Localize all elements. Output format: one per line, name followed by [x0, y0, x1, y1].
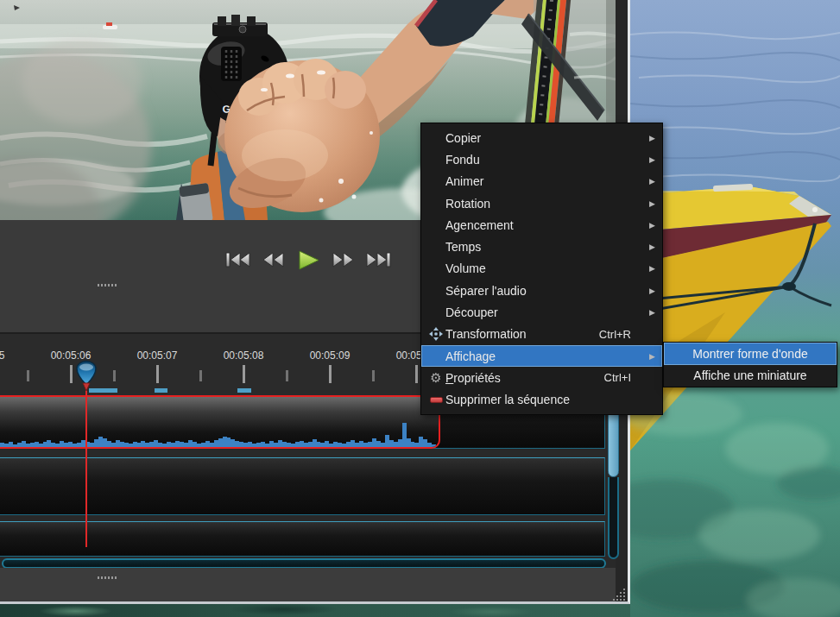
affichage-submenu: Montrer forme d'ondeAffiche une miniatur… [663, 342, 837, 387]
window-resize-grip[interactable] [612, 588, 627, 601]
submenu-arrow-icon: ▶ [647, 286, 655, 295]
move-icon [426, 327, 445, 341]
submenu-item-montrer-forme-d-onde[interactable]: Montrer forme d'onde [664, 343, 837, 365]
submenu-arrow-icon: ▶ [647, 352, 655, 361]
ruler-timestamp: 00:05:08 [224, 349, 264, 362]
submenu-arrow-icon: ▶ [647, 134, 655, 142]
ruler-tick-major [329, 365, 332, 383]
menu-item-label: Découper [445, 305, 647, 319]
ruler-tick-minor [286, 370, 288, 381]
selected-audio-clip[interactable] [0, 395, 440, 449]
menu-item-label: Affichage [445, 349, 647, 363]
menu-item-copier[interactable]: Copier▶ [421, 127, 662, 148]
jump-to-end-button[interactable] [364, 249, 394, 271]
menu-item-affichage[interactable]: Affichage▶ [421, 345, 662, 367]
menu-item-label: Volume [445, 261, 647, 275]
menu-item-label: Propriétés [445, 371, 604, 385]
ruler-tick-major [70, 365, 73, 383]
menu-item-supprimer-la-sequence[interactable]: Supprimer la séquence [421, 389, 662, 411]
audio-waveform [0, 421, 437, 447]
cache-indicator [237, 388, 251, 393]
menu-item-label: Animer [445, 174, 647, 188]
skip-end-icon [364, 249, 394, 271]
track-3[interactable] [0, 521, 605, 557]
menu-item-volume[interactable]: Volume▶ [421, 258, 662, 280]
desktop-wallpaper-bottom-strip [0, 604, 630, 617]
menu-item-separer-l-audio[interactable]: Séparer l'audio▶ [421, 280, 662, 301]
ruler-tick-major [156, 365, 159, 383]
menu-item-label: Transformation [445, 327, 599, 341]
playhead-line [85, 387, 87, 547]
jump-to-start-button[interactable] [223, 249, 252, 271]
fast-forward-button[interactable] [329, 249, 358, 271]
menu-item-animer[interactable]: Animer▶ [421, 171, 662, 192]
menu-item-label: Rotation [445, 197, 647, 211]
rewind-icon [258, 249, 287, 271]
rewind-button[interactable] [258, 249, 287, 271]
menu-item-fondu[interactable]: Fondu▶ [421, 148, 662, 170]
timeline-vertical-scrollbar-track[interactable] [608, 477, 619, 559]
ruler-timestamp: 00:05:09 [310, 349, 351, 362]
menu-item-rotation[interactable]: Rotation▶ [421, 192, 662, 214]
ruler-timestamp: 00:05:07 [137, 349, 178, 362]
clip-context-menu: Copier▶Fondu▶Animer▶Rotation▶Agencement▶… [420, 123, 663, 415]
panel-splitter-handle[interactable] [98, 284, 118, 286]
timeline-bottom-panel [0, 568, 616, 601]
ruler-tick-major [243, 365, 245, 383]
submenu-arrow-icon: ▶ [647, 155, 655, 164]
menu-item-label: Fondu [445, 153, 647, 167]
menu-item-transformation[interactable]: TransformationCtrl+R [421, 324, 662, 345]
submenu-arrow-icon: ▶ [647, 177, 655, 186]
menu-item-label: Supprimer la séquence [445, 393, 647, 406]
menu-item-label: Séparer l'audio [445, 284, 647, 298]
menu-item-shortcut: Ctrl+R [599, 328, 631, 341]
playhead-marker[interactable] [75, 360, 98, 394]
menu-item-decouper[interactable]: Découper▶ [421, 301, 662, 323]
ruler-timestamp: 00:05:05 [0, 349, 4, 362]
play-button[interactable] [294, 249, 323, 271]
menu-item-temps[interactable]: Temps▶ [421, 236, 662, 257]
menu-item-label: Agencement [445, 218, 647, 232]
waveform-bar [432, 444, 436, 447]
submenu-arrow-icon: ▶ [647, 308, 655, 317]
gear-icon: ⚙ [426, 371, 445, 384]
menu-item-shortcut: Ctrl+I [604, 371, 631, 384]
screen: GoPro [0, 0, 840, 617]
ruler-tick-minor [199, 370, 202, 381]
track-2[interactable] [0, 457, 605, 515]
play-icon [294, 249, 323, 271]
panel-splitter-handle-bottom[interactable] [98, 576, 118, 579]
menu-item-agencement[interactable]: Agencement▶ [421, 214, 662, 236]
submenu-item-affiche-une-miniature[interactable]: Affiche une miniature [664, 365, 837, 387]
remove-icon [426, 397, 445, 403]
menu-item-label: Temps [445, 240, 647, 254]
submenu-arrow-icon: ▶ [647, 264, 655, 273]
submenu-arrow-icon: ▶ [647, 221, 655, 230]
ruler-tick-major [415, 365, 418, 383]
submenu-arrow-icon: ▶ [647, 242, 655, 251]
menu-item-proprietes[interactable]: ⚙PropriétésCtrl+I [421, 367, 662, 388]
menu-item-label: Copier [445, 131, 647, 145]
skip-start-icon [223, 249, 252, 271]
ruler-tick-minor [372, 370, 375, 381]
cache-indicator [155, 388, 167, 393]
ruler-tick-minor [113, 370, 116, 381]
submenu-arrow-icon: ▶ [647, 199, 655, 208]
ruler-tick-minor [27, 370, 29, 381]
fast-forward-icon [329, 249, 358, 271]
camera-case [179, 183, 213, 220]
